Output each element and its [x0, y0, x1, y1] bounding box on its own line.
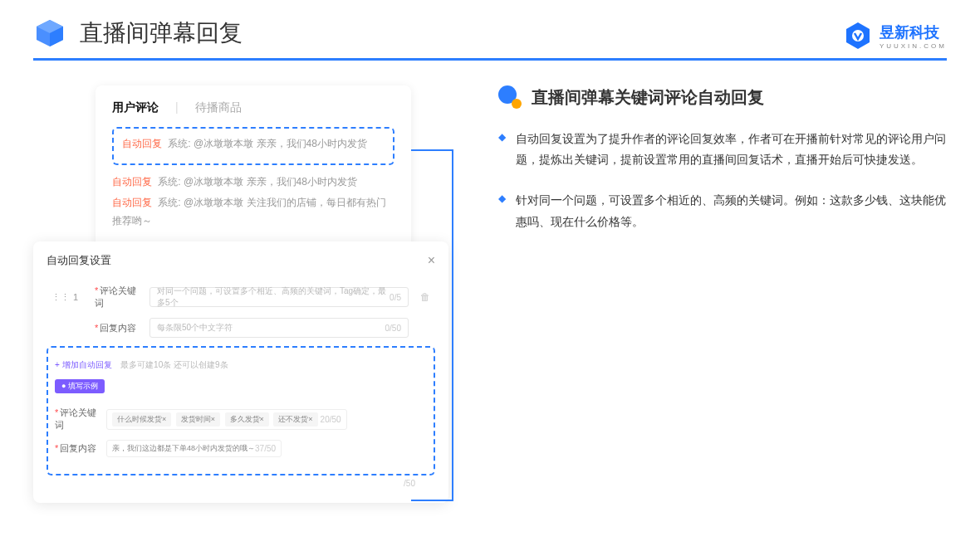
- trash-icon[interactable]: 🗑: [420, 291, 430, 303]
- close-icon[interactable]: ×: [428, 253, 435, 268]
- page-title: 直播间弹幕回复: [80, 17, 243, 49]
- brand-icon: [843, 21, 873, 51]
- settings-title: 自动回复设置: [47, 253, 111, 268]
- header-divider: [33, 58, 947, 61]
- brand-sub: YUUXIN.COM: [880, 42, 947, 50]
- diamond-icon: ◆: [498, 193, 506, 232]
- content-row: *回复内容 每条限50个中文字符 0/50: [47, 318, 435, 338]
- add-auto-reply-link[interactable]: + 增加自动回复: [55, 360, 112, 369]
- section-heading: 直播间弹幕关键词评论自动回复: [532, 86, 764, 109]
- brand-name: 昱新科技: [880, 24, 939, 41]
- comments-card: 用户评论 | 待播商品 自动回复 系统: @冰墩墩本墩 亲亲，我们48小时内发货…: [96, 85, 411, 250]
- example-badge: ● 填写示例: [55, 379, 105, 393]
- example-section: + 增加自动回复 最多可建10条 还可以创建9条 ● 填写示例 *评论关键词 什…: [47, 346, 435, 475]
- settings-card: 自动回复设置 × ⋮⋮ 1 *评论关键词 对同一个问题，可设置多个相近、高频的关…: [33, 241, 448, 503]
- example-keyword-input[interactable]: 什么时候发货× 发货时间× 多久发货× 还不发货× 20/50: [106, 409, 347, 430]
- comment-line: 自动回复 系统: @冰墩墩本墩 亲亲，我们48小时内发货: [112, 173, 394, 192]
- brand-logo: 昱新科技 YUUXIN.COM: [843, 21, 947, 51]
- bullet-text-1: 自动回复设置为了提升作者的评论回复效率，作者可在开播前针对常见的评论用户问题，提…: [516, 129, 947, 170]
- highlighted-comment: 自动回复 系统: @冰墩墩本墩 亲亲，我们48小时内发货: [112, 127, 394, 165]
- section-bullet-icon: [498, 85, 522, 109]
- bullet-text-2: 针对同一个问题，可设置多个相近的、高频的关键词。例如：这款多少钱、这块能优惠吗、…: [516, 190, 947, 232]
- diamond-icon: ◆: [498, 131, 506, 170]
- row-drag-icon[interactable]: ⋮⋮: [51, 292, 66, 303]
- keyword-row: ⋮⋮ 1 *评论关键词 对同一个问题，可设置多个相近、高频的关键词，Tag确定，…: [47, 285, 435, 310]
- comment-line: 自动回复 系统: @冰墩墩本墩 关注我们的店铺，每日都有热门推荐哟～: [112, 194, 394, 230]
- cube-icon: [33, 17, 66, 50]
- auto-reply-tag: 自动回复: [122, 138, 162, 149]
- example-content-input[interactable]: 亲，我们这边都是下单48小时内发货的哦～ 37/50: [106, 440, 282, 457]
- keyword-input[interactable]: 对同一个问题，可设置多个相近、高频的关键词，Tag确定，最多5个 0/5: [149, 287, 409, 307]
- content-input[interactable]: 每条限50个中文字符 0/50: [149, 318, 409, 338]
- tab-pending-goods[interactable]: 待播商品: [195, 100, 242, 115]
- tab-user-comments[interactable]: 用户评论: [112, 100, 159, 115]
